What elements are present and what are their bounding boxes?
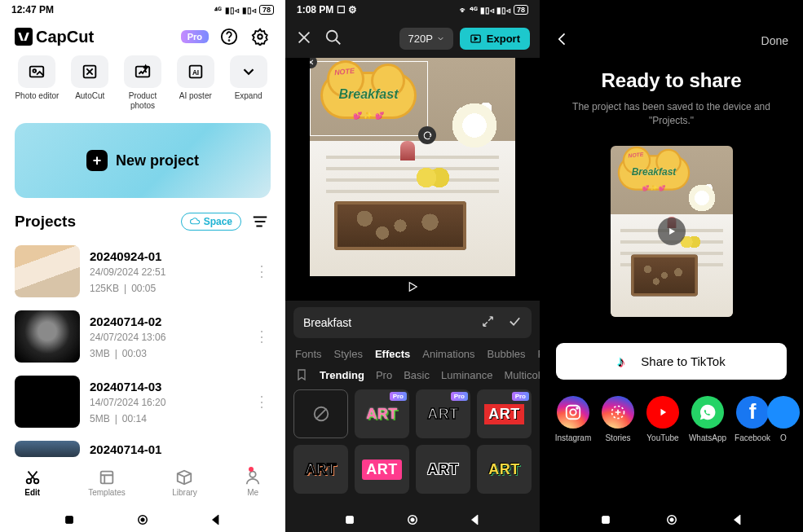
tool-expand[interactable]: Expand [226,55,271,110]
capcut-icon [15,28,33,46]
nav-recent-icon[interactable] [598,512,613,527]
tab-fonts[interactable]: Fonts [295,348,322,360]
tool-ai-poster[interactable]: AI AI poster [173,55,218,110]
project-item[interactable]: 20240714-02 24/07/2024 13:06 3MB|00:03 ⋮ [15,304,271,369]
sort-icon[interactable] [249,211,271,232]
tool-autocut[interactable]: AutoCut [68,55,113,110]
tab-effects[interactable]: Effects [375,348,410,360]
text-input[interactable]: Breakfast [293,307,532,338]
project-menu-icon[interactable]: ⋮ [253,393,271,411]
effect-item[interactable]: ART [416,445,470,494]
effects-grid: ProART ProART ProART ART ART ART ART [285,389,540,494]
back-icon[interactable] [554,31,571,50]
effect-item[interactable]: ProART [355,389,409,438]
project-item[interactable]: 20240714-03 14/07/2024 16:20 5MB|00:14 ⋮ [15,369,271,434]
sticker-rotate-icon[interactable] [418,126,436,144]
settings-icon[interactable] [249,26,271,47]
project-item[interactable]: 20240714-01 [15,434,271,457]
android-nav-bar [540,508,803,532]
share-youtube[interactable]: YouTube [641,396,685,442]
nav-home-icon[interactable] [664,512,679,527]
tab-me[interactable]: Me [244,468,262,497]
nav-back-icon[interactable] [468,512,483,527]
nav-home-icon[interactable] [135,512,150,527]
tab-edit[interactable]: Edit [24,468,42,497]
export-button[interactable]: Export [460,28,530,50]
sub-pro[interactable]: Pro [376,369,392,381]
status-bar: 12:47 PM ⁴ᴳ▮▯◃▮▯◃ 78 [0,0,285,20]
confirm-icon[interactable] [508,314,522,331]
share-whatsapp[interactable]: WhatsApp [686,396,730,442]
tools-row: Photo editor AutoCut Product photos AI A… [0,52,285,118]
tiktok-icon [617,354,633,369]
tab-styles[interactable]: Styles [334,348,363,360]
effect-item[interactable]: ART [355,445,409,494]
space-button[interactable]: Space [181,213,241,231]
status-icons: ⁴ᴳ▮▯◃▮▯◃ 78 [214,5,274,15]
tab-templates[interactable]: Templates [88,468,126,497]
project-menu-icon[interactable]: ⋮ [253,262,271,280]
expand-icon[interactable] [481,314,495,331]
share-tiktok-button[interactable]: Share to TikTok [556,343,787,380]
tab-library[interactable]: Library [172,468,197,497]
svg-point-23 [570,409,576,415]
android-nav-bar [0,508,285,532]
status-bar: 1:08 PM ☐ ⚙ ᯤ ⁴ᴳ ▮▯◃ ▮▯◃78 [285,0,540,20]
pro-badge[interactable]: Pro [181,30,209,43]
nav-recent-icon[interactable] [62,512,77,527]
search-icon[interactable] [324,29,342,50]
tool-product-photos[interactable]: Product photos [121,55,165,110]
effect-item[interactable]: ProART [477,389,532,438]
app-logo: CapCut [15,28,94,46]
text-tabs: Fonts Styles Effects Animations Bubbles … [285,338,540,368]
breakfast-sticker[interactable]: NOTE Breakfast 💕 ✨ 💕 [320,66,417,123]
close-icon[interactable] [295,29,313,50]
help-icon[interactable] [218,26,240,47]
projects-heading: Projects [15,213,76,231]
video-preview[interactable]: NOTE Breakfast 💕 ✨ 💕 [611,146,733,317]
project-thumbnail [15,245,80,297]
share-title: Ready to share [556,69,787,92]
share-stories[interactable]: Stories [596,396,640,442]
tab-bubbles[interactable]: Bubbles [488,348,526,360]
projects-list: 20240924-01 24/09/2024 22:51 125KB|00:05… [0,239,285,457]
project-thumbnail [15,376,80,428]
sub-basic[interactable]: Basic [404,369,430,381]
nav-back-icon[interactable] [209,512,223,527]
svg-rect-3 [30,67,44,77]
share-more[interactable]: O [775,396,792,442]
share-instagram[interactable]: Instagram [551,396,595,442]
sticker-close-icon[interactable]: ✕ [310,58,317,68]
effect-item[interactable]: ART [293,445,348,494]
project-menu-icon[interactable]: ⋮ [253,328,271,345]
nav-home-icon[interactable] [405,512,420,527]
bookmark-icon[interactable] [295,368,308,381]
nav-back-icon[interactable] [730,512,745,527]
editor-canvas[interactable]: ✕ NOTE Breakfast 💕 ✨ 💕 [285,58,540,301]
notification-dot [249,467,254,472]
svg-point-2 [258,34,263,39]
svg-point-21 [411,518,415,522]
sub-trending[interactable]: Trending [320,369,364,381]
effect-none[interactable] [293,389,348,438]
project-item[interactable]: 20240924-01 24/09/2024 22:51 125KB|00:05… [15,239,271,304]
text-input-value: Breakfast [303,316,351,329]
tool-photo-editor[interactable]: Photo editor [15,55,60,110]
svg-point-28 [669,518,673,522]
bottom-tab-bar: Edit Templates Library Me [0,457,285,508]
svg-rect-13 [66,517,73,524]
new-project-button[interactable]: + New project [15,123,271,198]
play-icon[interactable] [405,279,420,297]
nav-recent-icon[interactable] [342,512,357,527]
resolution-button[interactable]: 720P [399,28,452,50]
effect-item[interactable]: ART [477,445,532,494]
sub-multicolor[interactable]: Multicol [505,369,540,381]
done-button[interactable]: Done [761,34,788,47]
play-overlay-icon[interactable] [658,218,686,245]
tab-animations[interactable]: Animations [422,348,474,360]
svg-point-24 [576,407,578,409]
status-time: 12:47 PM [11,4,54,15]
sub-luminance[interactable]: Luminance [441,369,493,381]
effect-item[interactable]: ProART [416,389,470,438]
effects-categories: Trending Pro Basic Luminance Multicol [285,368,540,389]
